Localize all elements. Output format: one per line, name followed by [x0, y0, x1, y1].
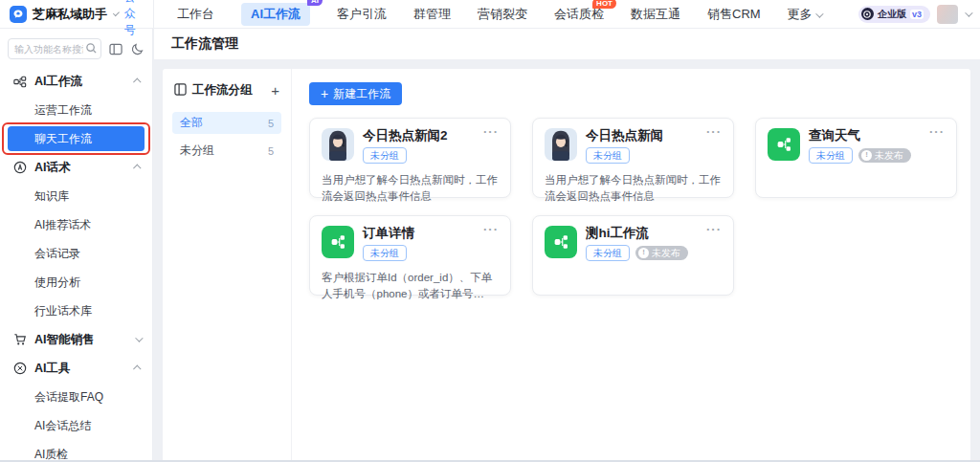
workflow-avatar-image: [545, 128, 577, 161]
workflow-panel: 工作流分组 + 全部 5 未分组 5 + 新建工作流 今: [163, 69, 970, 462]
app-title: 芝麻私域助手: [33, 6, 107, 23]
nav-item-more[interactable]: 更多: [788, 6, 822, 23]
groups-grid-icon: [174, 83, 187, 99]
brand[interactable]: 芝麻私域助手 公众号: [0, 0, 153, 38]
chevron-down-icon: [113, 10, 120, 16]
group-badge: 未分组: [363, 147, 407, 164]
sidebar-item-knowledge-base[interactable]: 知识库: [0, 182, 152, 210]
account-type-link[interactable]: 公众号: [124, 0, 144, 38]
search-icon: [85, 42, 98, 57]
nav-item-customer-acquisition[interactable]: 客户引流: [337, 6, 387, 23]
nav-item-marketing-fission[interactable]: 营销裂变: [478, 6, 527, 23]
add-group-button[interactable]: +: [271, 83, 279, 98]
card-menu-icon[interactable]: ···: [706, 124, 722, 139]
workflow-card[interactable]: 今日热点新闻2 未分组 ··· 当用户想了解今日热点新闻时，工作流会返回热点事件…: [309, 118, 511, 198]
unpublished-badge: !未发布: [858, 148, 911, 163]
collapse-sidebar-icon[interactable]: [109, 43, 123, 55]
sidebar-menu: AI工作流 运营工作流 聊天工作流 AI话术 知识库 AI推荐话术 会话记录 使…: [0, 67, 152, 462]
group-badge: 未分组: [363, 245, 407, 261]
sidebar-section-ai-tools[interactable]: AI工具: [0, 354, 152, 383]
sidebar-item-ai-quality-check[interactable]: AI质检: [0, 440, 152, 462]
sidebar-item-operation-workflow[interactable]: 运营工作流: [0, 96, 152, 124]
sidebar-search: [8, 38, 101, 59]
group-count: 5: [268, 118, 274, 129]
card-title: 订单详情: [363, 226, 414, 241]
ai-badge: AI: [307, 0, 323, 6]
sidebar-section-ai-smart-sales[interactable]: AI智能销售: [0, 325, 152, 354]
sidebar-item-usage-analysis[interactable]: 使用分析: [0, 268, 152, 297]
workflow-card[interactable]: 查询天气 未分组 !未发布 ···: [755, 118, 957, 198]
dark-mode-icon[interactable]: [131, 42, 145, 55]
card-title: 测hi工作流: [586, 226, 688, 241]
groups-header: 工作流分组 +: [172, 82, 281, 99]
topbar-right: 企业版 v3: [858, 5, 980, 24]
sidebar-section-ai-workflow[interactable]: AI工作流: [0, 67, 152, 96]
card-title: 今日热点新闻2: [363, 128, 448, 143]
page-header: 工作流管理: [154, 29, 980, 59]
chevron-down-icon[interactable]: [965, 9, 972, 16]
workflow-cards-area: + 新建工作流 今日热点新闻2 未分组 ··· 当: [292, 69, 970, 462]
workflow-card[interactable]: 测hi工作流 未分组 !未发布 ···: [532, 215, 734, 296]
group-badge: 未分组: [586, 245, 630, 261]
sidebar-item-faq-extraction[interactable]: 会话提取FAQ: [0, 383, 152, 411]
workflow-node-icon: [322, 226, 354, 258]
nav-item-ai-workflow[interactable]: AI工作流AI: [241, 3, 310, 26]
chevron-down-icon: [815, 10, 823, 17]
card-menu-icon[interactable]: ···: [483, 222, 499, 236]
sidebar-section-ai-scripts[interactable]: AI话术: [0, 153, 152, 182]
card-description: 当用户想了解今日热点新闻时，工作流会返回热点事件信息: [322, 172, 499, 206]
workflow-node-icon: [768, 128, 800, 161]
topbar: 芝麻私域助手 公众号 工作台 AI工作流AI 客户引流 群管理 营销裂变 会话质…: [0, 0, 980, 29]
workflow-avatar-image: [322, 128, 354, 161]
tools-icon: [13, 362, 27, 375]
sidebar-item-ai-conversation-summary[interactable]: AI会话总结: [0, 411, 152, 440]
card-title: 今日热点新闻: [586, 128, 663, 143]
workflow-cards-grid: 今日热点新闻2 未分组 ··· 当用户想了解今日热点新闻时，工作流会返回热点事件…: [309, 118, 957, 296]
exclamation-icon: !: [638, 248, 649, 258]
workflow-card[interactable]: 订单详情 未分组 ··· 客户根据订单Id（order_id）、下单人手机号（p…: [309, 215, 511, 296]
card-title: 查询天气: [809, 128, 911, 143]
nav-item-sales-crm[interactable]: 销售CRM: [707, 6, 761, 23]
script-a-icon: [13, 161, 27, 174]
card-menu-icon[interactable]: ···: [706, 222, 722, 236]
groups-title: 工作流分组: [192, 82, 265, 99]
workflow-node-icon: [545, 226, 577, 258]
card-description: 客户根据订单Id（order_id）、下单人手机号（phone）或者订单号（or…: [322, 270, 499, 303]
main-nav: 工作台 AI工作流AI 客户引流 群管理 营销裂变 会话质检HOT 数据互通 销…: [153, 0, 821, 29]
workflow-groups-panel: 工作流分组 + 全部 5 未分组 5: [163, 69, 292, 462]
page-title: 工作流管理: [171, 35, 238, 53]
sidebar-item-conversation-records[interactable]: 会话记录: [0, 239, 152, 268]
exclamation-icon: !: [861, 150, 872, 161]
card-menu-icon[interactable]: ···: [929, 124, 945, 139]
plan-badge[interactable]: 企业版 v3: [858, 6, 930, 23]
chevron-down-icon: [135, 334, 143, 341]
cart-icon: [13, 333, 27, 346]
app-logo-icon: [10, 6, 27, 23]
group-item-ungrouped[interactable]: 未分组 5: [172, 140, 281, 162]
nav-item-data-exchange[interactable]: 数据互通: [631, 6, 680, 23]
group-badge: 未分组: [586, 147, 630, 164]
sidebar: AI工作流 运营工作流 聊天工作流 AI话术 知识库 AI推荐话术 会话记录 使…: [0, 29, 153, 460]
plus-icon: +: [321, 87, 328, 100]
plan-logo-icon: [861, 8, 874, 20]
sidebar-item-industry-script-library[interactable]: 行业话术库: [0, 297, 152, 325]
nav-item-conversation-qc[interactable]: 会话质检HOT: [554, 6, 604, 23]
card-menu-icon[interactable]: ···: [483, 124, 499, 139]
create-workflow-button[interactable]: + 新建工作流: [309, 82, 402, 105]
unpublished-badge: !未发布: [635, 246, 688, 260]
sidebar-item-chat-workflow-wrap: 聊天工作流: [0, 124, 152, 153]
plan-version: v3: [910, 10, 924, 19]
group-badge: 未分组: [809, 147, 853, 164]
sidebar-item-chat-workflow[interactable]: 聊天工作流: [8, 126, 145, 151]
card-description: 当用户想了解今日热点新闻时，工作流会返回热点事件信息: [545, 172, 722, 206]
group-count: 5: [268, 145, 274, 157]
sidebar-item-ai-recommended-scripts[interactable]: AI推荐话术: [0, 210, 152, 239]
hot-badge: HOT: [592, 0, 616, 9]
avatar[interactable]: [937, 5, 958, 24]
group-item-all[interactable]: 全部 5: [172, 112, 281, 134]
nav-item-group-management[interactable]: 群管理: [413, 6, 451, 23]
nav-item-workbench[interactable]: 工作台: [177, 6, 214, 23]
workflow-card[interactable]: 今日热点新闻 未分组 ··· 当用户想了解今日热点新闻时，工作流会返回热点事件信…: [532, 118, 734, 198]
workflow-icon: [13, 76, 27, 88]
